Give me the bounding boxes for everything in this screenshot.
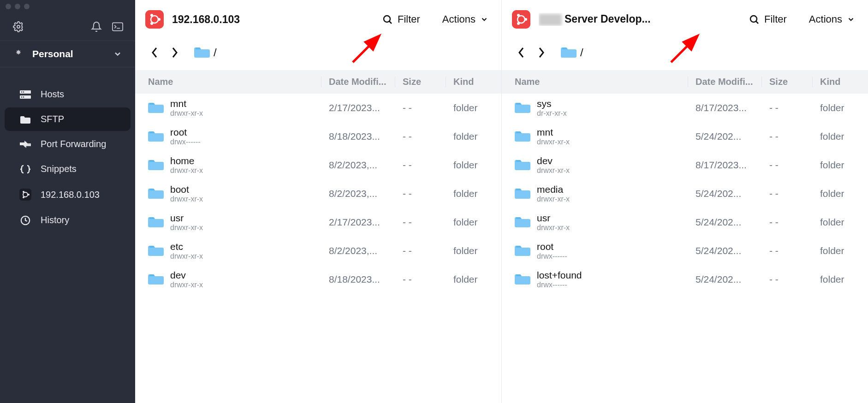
host-label: 192.168.0.103 (172, 13, 240, 26)
file-date: 8/2/2023,... (321, 160, 395, 171)
file-permissions: drwxr-xr-x (170, 166, 203, 175)
sidebar-item-sftp[interactable]: SFTP (5, 107, 131, 131)
sidebar: Personal HostsSFTPPort ForwardingSnippet… (0, 0, 135, 403)
chevron-down-icon (480, 15, 488, 24)
svg-point-0 (17, 25, 20, 28)
file-size: - - (762, 245, 813, 256)
file-permissions: drwxr-xr-x (537, 224, 570, 232)
column-header-kind[interactable]: Kind (813, 77, 868, 87)
filter-button[interactable]: Filter (382, 13, 420, 25)
file-row[interactable]: usrdrwxr-xr-x5/24/202...- -folder (502, 208, 868, 237)
file-row[interactable]: mntdrwxr-xr-x5/24/202...- -folder (502, 122, 868, 151)
file-row[interactable]: devdrwxr-xr-x8/17/2023...- -folder (502, 151, 868, 179)
file-date: 8/17/2023... (688, 160, 762, 171)
file-permissions: drwxr-xr-x (170, 224, 203, 232)
portfwd-icon (19, 140, 31, 148)
sftp-icon (19, 115, 31, 124)
file-row[interactable]: lost+founddrwx------5/24/202...- -folder (502, 265, 868, 294)
actions-button[interactable]: Actions (442, 13, 488, 25)
file-date: 8/2/2023,... (321, 245, 395, 256)
gear-icon[interactable] (13, 21, 24, 32)
nav-forward-button[interactable] (532, 43, 551, 62)
column-header-date[interactable]: Date Modifi... (321, 77, 395, 87)
column-header-size[interactable]: Size (762, 77, 813, 87)
file-name: lost+found (537, 270, 582, 281)
file-permissions: drwxr-xr-x (537, 166, 570, 175)
sidebar-item-ubuntu[interactable]: 192.168.0.103 (5, 182, 131, 207)
chevron-down-icon (847, 15, 855, 24)
file-name: boot (170, 184, 203, 195)
svg-point-7 (23, 96, 24, 97)
file-kind: folder (446, 102, 501, 113)
svg-point-4 (21, 91, 22, 92)
file-row[interactable]: usrdrwxr-xr-x2/17/2023...- -folder (135, 208, 501, 237)
actions-label: Actions (809, 13, 842, 25)
traffic-light-minimize[interactable] (15, 4, 20, 9)
file-row[interactable]: bootdrwxr-xr-x8/2/2023,...- -folder (135, 179, 501, 208)
search-icon (749, 14, 760, 25)
traffic-light-close[interactable] (6, 4, 11, 9)
column-header-size[interactable]: Size (395, 77, 446, 87)
column-header-kind[interactable]: Kind (446, 77, 501, 87)
file-row[interactable]: sysdr-xr-xr-x8/17/2023...- -folder (502, 94, 868, 122)
file-name: mnt (537, 127, 570, 138)
file-row[interactable]: devdrwxr-xr-x8/18/2023...- -folder (135, 265, 501, 294)
filter-button[interactable]: Filter (749, 13, 787, 25)
nav-back-button[interactable] (512, 43, 530, 62)
folder-icon (148, 101, 164, 114)
sidebar-item-label: Hosts (41, 89, 64, 100)
sidebar-item-history[interactable]: History (5, 208, 131, 232)
hosts-icon (19, 90, 31, 99)
terminal-icon[interactable] (112, 21, 123, 32)
bell-icon[interactable] (91, 21, 102, 32)
folder-icon (148, 216, 164, 229)
history-icon (19, 215, 31, 225)
sidebar-item-label: 192.168.0.103 (41, 190, 100, 200)
file-row[interactable]: mntdrwxr-xr-x2/17/2023...- -folder (135, 94, 501, 122)
folder-icon (194, 46, 210, 59)
folder-icon (148, 159, 164, 172)
sidebar-item-snippets[interactable]: Snippets (5, 157, 131, 181)
svg-point-23 (517, 14, 520, 17)
file-kind: folder (446, 274, 501, 285)
current-path: / (214, 46, 217, 59)
svg-point-25 (750, 16, 757, 22)
file-row[interactable]: etcdrwxr-xr-x8/2/2023,...- -folder (135, 237, 501, 265)
ubuntu-icon (19, 189, 31, 201)
folder-icon (148, 273, 164, 286)
file-permissions: drwxr-xr-x (170, 109, 203, 118)
actions-button[interactable]: Actions (809, 13, 855, 25)
main-content: 192.168.0.103FilterActions/NameDate Modi… (135, 0, 868, 403)
file-row[interactable]: rootdrwx------5/24/202...- -folder (502, 237, 868, 265)
file-rows: mntdrwxr-xr-x2/17/2023...- -folderrootdr… (135, 94, 501, 294)
file-kind: folder (813, 102, 868, 113)
svg-point-24 (517, 22, 520, 25)
column-header-date[interactable]: Date Modifi... (688, 77, 762, 87)
file-row[interactable]: mediadrwxr-xr-x5/24/202...- -folder (502, 179, 868, 208)
column-header-name[interactable]: Name (502, 77, 688, 87)
sidebar-section-personal[interactable]: Personal (0, 41, 135, 67)
file-row[interactable]: rootdrwx------8/18/2023...- -folder (135, 122, 501, 151)
sidebar-item-label: History (41, 215, 69, 225)
nav-forward-button[interactable] (166, 43, 184, 62)
file-name: etc (170, 241, 203, 252)
column-header-name[interactable]: Name (135, 77, 321, 87)
file-row[interactable]: homedrwxr-xr-x8/2/2023,...- -folder (135, 151, 501, 179)
file-permissions: drwx------ (170, 138, 201, 146)
file-date: 8/18/2023... (321, 274, 395, 285)
file-date: 8/18/2023... (321, 131, 395, 142)
file-name: dev (170, 270, 203, 281)
file-kind: folder (813, 131, 868, 142)
traffic-light-zoom[interactable] (24, 4, 30, 9)
sidebar-item-portfwd[interactable]: Port Forwarding (5, 132, 131, 156)
sidebar-item-hosts[interactable]: Hosts (5, 83, 131, 106)
sidebar-item-label: Snippets (41, 164, 77, 174)
file-kind: folder (446, 188, 501, 199)
nav-back-button[interactable] (145, 43, 164, 62)
folder-icon (515, 273, 530, 286)
file-date: 2/17/2023... (321, 217, 395, 228)
svg-point-11 (23, 191, 24, 193)
file-rows: sysdr-xr-xr-x8/17/2023...- -foldermntdrw… (502, 94, 868, 294)
path-bar: / (135, 39, 501, 70)
blurred-text (539, 14, 562, 26)
